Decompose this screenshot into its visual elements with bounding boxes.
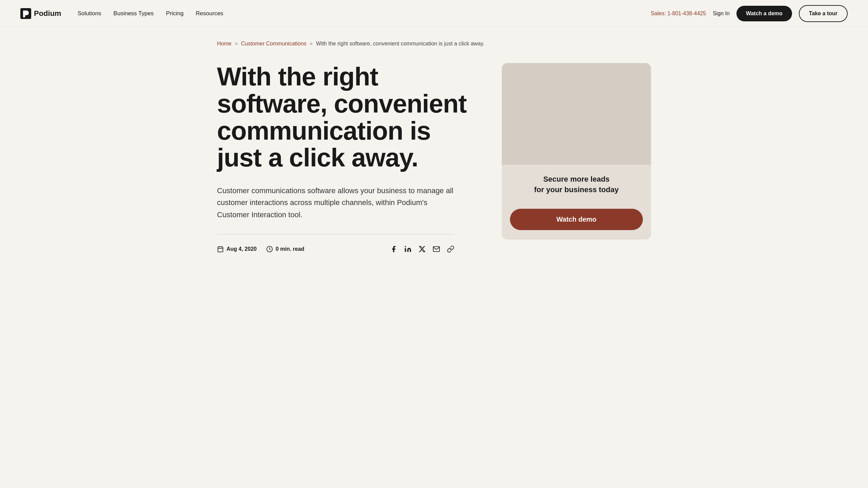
cta-watch-demo-button[interactable]: Watch demo [510,209,643,230]
clock-icon [266,246,273,252]
watch-demo-button[interactable]: Watch a demo [736,6,792,21]
hero-description: Customer communications software allows … [217,185,454,221]
breadcrumb: Home > Customer Communications > With th… [217,41,651,47]
meta-left: Aug 4, 2020 0 min. read [217,246,304,252]
calendar-icon [217,246,224,252]
share-x-button[interactable] [418,245,426,253]
x-twitter-icon [418,245,426,253]
breadcrumb-sep1: > [235,41,238,46]
navbar: Podium Solutions Business Types Pricing … [0,0,868,27]
mail-icon [433,245,440,253]
share-link-button[interactable] [447,245,454,253]
take-tour-button[interactable]: Take a tour [799,5,848,22]
sign-in-link[interactable]: Sign In [713,11,730,17]
cta-card-text: Secure more leads for your business toda… [502,165,651,209]
share-linkedin-button[interactable] [404,245,412,253]
share-email-button[interactable] [433,245,440,253]
nav-pricing[interactable]: Pricing [166,10,183,17]
cta-card: Secure more leads for your business toda… [502,63,651,240]
meta-read-time: 0 min. read [266,246,304,252]
logo-text: Podium [34,9,61,18]
logo-icon [20,8,31,19]
meta-social-icons [390,245,454,253]
cta-card-image [502,63,651,165]
logo[interactable]: Podium [20,8,61,19]
nav-links: Solutions Business Types Pricing Resourc… [78,10,223,17]
nav-resources[interactable]: Resources [196,10,223,17]
hero-title: With the right software, convenient comm… [217,63,475,171]
meta-date-text: Aug 4, 2020 [226,246,257,252]
svg-rect-2 [218,247,223,252]
nav-business-types[interactable]: Business Types [114,10,154,17]
breadcrumb-current: With the right software, convenient comm… [316,41,485,47]
linkedin-icon [404,245,412,253]
hero-divider [217,234,454,235]
hero-meta: Aug 4, 2020 0 min. read [217,245,454,253]
svg-point-7 [405,246,406,247]
facebook-icon [390,245,397,253]
sales-phone[interactable]: Sales: 1-801-438-4425 [651,11,706,17]
link-icon [447,245,454,253]
hero-right: Secure more leads for your business toda… [502,63,651,240]
cta-card-title: Secure more leads for your business toda… [513,174,640,195]
hero-left: With the right software, convenient comm… [217,63,475,253]
share-facebook-button[interactable] [390,245,397,253]
breadcrumb-category[interactable]: Customer Communications [241,41,307,47]
hero-section: With the right software, convenient comm… [217,63,651,253]
breadcrumb-home[interactable]: Home [217,41,232,47]
meta-date: Aug 4, 2020 [217,246,257,252]
svg-rect-1 [23,15,25,17]
nav-solutions[interactable]: Solutions [78,10,101,17]
breadcrumb-sep2: > [310,41,313,46]
main-content: Home > Customer Communications > With th… [190,27,678,273]
navbar-right: Sales: 1-801-438-4425 Sign In Watch a de… [651,5,848,22]
meta-read-text: 0 min. read [276,246,304,252]
